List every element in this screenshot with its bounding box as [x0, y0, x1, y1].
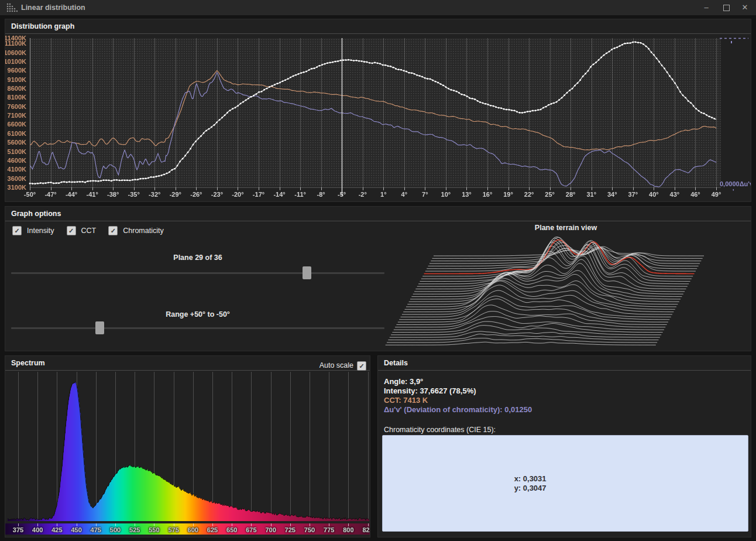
terrain-view-title: Plane terrain view [380, 224, 752, 232]
app-icon [6, 3, 18, 13]
title-bar: Linear distribution – ✕ [0, 0, 756, 15]
chromaticity-coords-label: Chromaticity coordinates (CIE 15): [384, 426, 496, 434]
cct-value: CCT: 7413 K [384, 396, 532, 405]
range-slider-thumb[interactable] [95, 321, 104, 334]
distribution-chart-canvas[interactable] [5, 34, 751, 201]
check-icon: ✓ [14, 227, 19, 234]
cct-checkbox-label: CCT [81, 227, 97, 235]
graph-options-panel: Graph options ✓ Intensity ✓ CCT ✓ Chroma… [5, 206, 751, 351]
intensity-value: Intensity: 37,6627 (78,5%) [384, 386, 532, 396]
spectrum-header: Spectrum Auto scale ✓ [5, 356, 370, 371]
spectrum-title: Spectrum [11, 359, 45, 367]
maximize-icon [723, 5, 730, 11]
distribution-graph-panel: Distribution graph [5, 19, 751, 202]
range-slider-track[interactable] [11, 327, 384, 329]
graph-options-header: Graph options [5, 207, 751, 221]
minimize-button[interactable]: – [696, 0, 716, 15]
distribution-graph-header: Distribution graph [5, 19, 751, 34]
series-toggle-row: ✓ Intensity ✓ CCT ✓ Chromaticity [12, 226, 171, 235]
window-title: Linear distribution [21, 0, 85, 15]
intensity-checkbox-label: Intensity [27, 227, 54, 235]
chromaticity-x-value: x: 0,3031 [514, 474, 748, 484]
check-icon: ✓ [359, 362, 364, 369]
close-icon: ✕ [742, 3, 748, 12]
details-rows: Angle: 3,9° Intensity: 37,6627 (78,5%) C… [384, 377, 532, 415]
app-window: { "window": {"title": "Linear distributi… [0, 0, 756, 541]
cct-checkbox[interactable]: ✓ [67, 226, 76, 235]
range-slider-label: Range +50° to -50° [5, 310, 390, 319]
angle-value: Angle: 3,9° [384, 377, 532, 386]
delta-uv-value: Δu'v' (Deviation of chromaticity): 0,012… [384, 405, 532, 415]
minimize-icon: – [704, 3, 708, 12]
details-panel: Details Angle: 3,9° Intensity: 37,6627 (… [377, 355, 751, 537]
details-header: Details [378, 356, 751, 371]
terrain-view-canvas [380, 232, 752, 350]
chromaticity-y-value: y: 0,3047 [514, 484, 748, 493]
maximize-button[interactable] [716, 0, 736, 15]
plane-slider-track[interactable] [11, 272, 384, 274]
plane-slider-thumb[interactable] [303, 266, 311, 279]
spectrum-panel: Spectrum Auto scale ✓ [5, 355, 370, 537]
spectrum-chart-canvas [5, 370, 370, 537]
chromaticity-coords-box: x: 0,3031 y: 0,3047 [382, 435, 748, 532]
chromaticity-checkbox[interactable]: ✓ [108, 226, 118, 235]
intensity-checkbox[interactable]: ✓ [12, 226, 22, 235]
auto-scale-checkbox[interactable]: ✓ [357, 361, 366, 371]
check-icon: ✓ [111, 227, 116, 234]
chromaticity-checkbox-label: Chromaticity [123, 227, 163, 235]
close-button[interactable]: ✕ [735, 0, 755, 15]
plane-slider-label: Plane 29 of 36 [5, 254, 390, 262]
check-icon: ✓ [68, 227, 74, 234]
